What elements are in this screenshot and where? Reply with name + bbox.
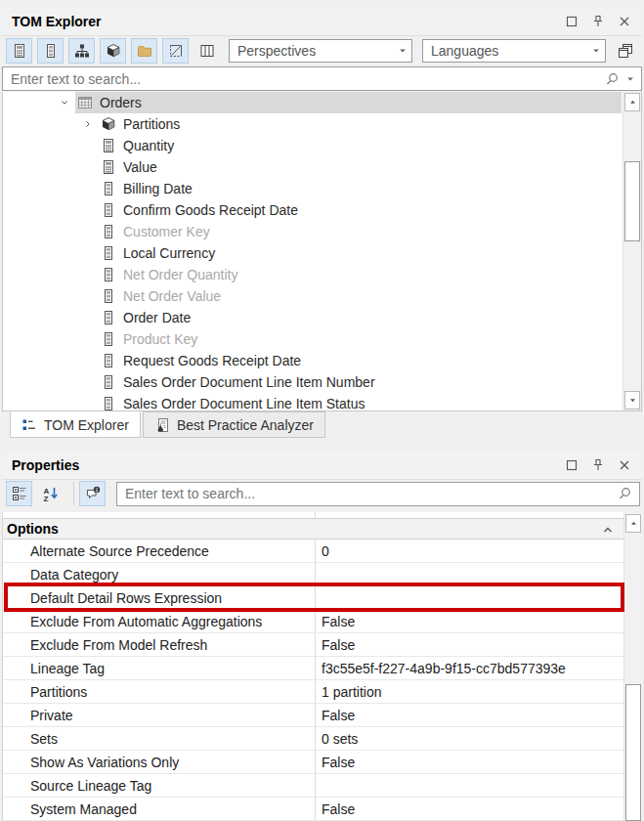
table-icon xyxy=(76,95,93,111)
property-value[interactable]: False xyxy=(316,751,623,773)
chevron-up-icon[interactable] xyxy=(600,522,616,538)
property-value[interactable]: False xyxy=(316,633,623,656)
tree-item-body: Net Order Value xyxy=(99,285,622,307)
properties-search-input[interactable] xyxy=(117,483,618,505)
tree-expander-slot xyxy=(77,371,99,393)
tree-item-value[interactable]: Value xyxy=(3,156,622,178)
scroll-down-button[interactable] xyxy=(624,391,640,410)
toggle-hierarchies-button[interactable] xyxy=(68,38,95,64)
options-section-header[interactable]: Options xyxy=(3,518,623,540)
properties-scrollbar[interactable] xyxy=(623,512,642,821)
column-icon xyxy=(100,224,116,240)
scroll-up-icon xyxy=(629,519,638,528)
tree-rows: OrdersPartitionsQuantityValueBilling Dat… xyxy=(3,92,622,410)
property-row-source-lineage-tag[interactable]: Source Lineage Tag xyxy=(3,774,623,798)
scroll-up-button[interactable] xyxy=(624,93,640,111)
property-value[interactable]: False xyxy=(316,704,623,726)
toggle-measures-button[interactable] xyxy=(6,38,32,64)
categorized-icon xyxy=(12,486,27,501)
toggle-partitions-button[interactable] xyxy=(100,38,126,64)
tree-item-orders[interactable]: Orders xyxy=(3,92,622,113)
tree-item-partitions[interactable]: Partitions xyxy=(3,113,622,135)
scroll-up-button[interactable] xyxy=(625,514,641,533)
property-row-exclude-from-automatic-aggregations[interactable]: Exclude From Automatic AggregationsFalse xyxy=(3,610,623,633)
languages-dropdown[interactable]: Languages xyxy=(422,39,606,63)
toggle-column-view-button[interactable] xyxy=(193,38,220,64)
tree-item-billing-date[interactable]: Billing Date xyxy=(3,178,622,199)
tree-item-order-date[interactable]: Order Date xyxy=(3,307,622,328)
toggle-hidden-objects-button[interactable] xyxy=(162,38,189,64)
column-icon xyxy=(100,310,116,326)
property-row-private[interactable]: PrivateFalse xyxy=(3,704,623,727)
column-icon xyxy=(100,181,116,197)
property-row-system-managed[interactable]: System ManagedFalse xyxy=(3,798,623,821)
property-row-sets[interactable]: Sets0 sets xyxy=(3,727,623,751)
property-value[interactable] xyxy=(316,563,623,585)
model-tree: OrdersPartitionsQuantityValueBilling Dat… xyxy=(2,92,642,411)
tree-item-product-key[interactable]: Product Key xyxy=(3,328,622,350)
property-value[interactable]: False xyxy=(316,798,623,820)
maximize-icon[interactable] xyxy=(564,14,580,29)
tree-item-customer-key[interactable]: Customer Key xyxy=(3,221,622,242)
column-icon xyxy=(100,331,116,348)
tree-item-label: Partitions xyxy=(123,116,180,132)
tree-item-net-order-value[interactable]: Net Order Value xyxy=(3,285,622,307)
scrollbar-thumb[interactable] xyxy=(624,161,640,241)
search-icon[interactable] xyxy=(618,486,633,501)
tree-expander-icon[interactable] xyxy=(77,113,99,135)
tom-explorer-titlebar: TOM Explorer xyxy=(2,8,642,36)
property-value[interactable] xyxy=(316,774,623,797)
alphabetical-sort-button[interactable]: AZ xyxy=(37,481,64,506)
scrollbar-thumb[interactable] xyxy=(625,684,641,821)
column-icon xyxy=(100,396,116,411)
caret-down-icon xyxy=(591,46,601,56)
pin-icon[interactable] xyxy=(590,457,606,473)
tree-item-net-order-quantity[interactable]: Net Order Quantity xyxy=(3,264,622,285)
property-row-alternate-source-precedence[interactable]: Alternate Source Precedence0 xyxy=(3,540,623,563)
window-controls xyxy=(564,14,642,29)
search-icon[interactable] xyxy=(605,71,621,87)
property-row-partitions[interactable]: Partitions1 partition xyxy=(3,680,623,704)
tree-item-body: Quantity xyxy=(99,135,622,156)
tree-item-confirm-goods-receipt-date[interactable]: Confirm Goods Receipt Date xyxy=(3,199,622,221)
property-name: Exclude From Automatic Aggregations xyxy=(3,610,316,632)
tree-item-request-goods-receipt-date[interactable]: Request Goods Receipt Date xyxy=(3,350,622,371)
tree-scrollbar[interactable] xyxy=(623,92,641,410)
close-icon[interactable] xyxy=(617,14,632,29)
tree-item-sales-order-document-line-item-status[interactable]: Sales Order Document Line Item Status xyxy=(3,393,622,410)
property-name: Private xyxy=(3,704,316,726)
perspectives-dropdown[interactable]: Perspectives xyxy=(229,39,412,63)
property-value[interactable] xyxy=(316,586,623,609)
property-row-show-as-variations-only[interactable]: Show As Variations OnlyFalse xyxy=(3,751,623,774)
tree-item-local-currency[interactable]: Local Currency xyxy=(3,242,622,264)
close-icon[interactable] xyxy=(617,457,632,473)
property-value[interactable]: 1 partition xyxy=(316,680,623,703)
options-section-label: Options xyxy=(7,521,59,537)
hierarchy-icon xyxy=(74,43,90,59)
toggle-display-folders-button[interactable] xyxy=(131,38,157,64)
property-value[interactable]: False xyxy=(316,610,623,632)
maximize-icon[interactable] xyxy=(564,457,580,473)
cascade-windows-icon[interactable] xyxy=(618,43,633,59)
caret-down-icon[interactable] xyxy=(625,74,635,84)
tree-item-sales-order-document-line-item-number[interactable]: Sales Order Document Line Item Number xyxy=(3,371,622,393)
tom-explorer-title: TOM Explorer xyxy=(2,14,102,29)
property-description-button[interactable] xyxy=(79,481,106,506)
tree-item-quantity[interactable]: Quantity xyxy=(3,135,622,156)
tab-best-practice-analyzer[interactable]: Best Practice Analyzer xyxy=(143,411,325,438)
property-row-exclude-from-model-refresh[interactable]: Exclude From Model RefreshFalse xyxy=(3,633,623,657)
property-row-data-category[interactable]: Data Category xyxy=(3,563,623,586)
sort-az-icon: AZ xyxy=(43,486,59,501)
toggle-columns-button[interactable] xyxy=(37,38,64,64)
tree-expander-icon[interactable] xyxy=(54,92,75,113)
property-row-lineage-tag[interactable]: Lineage Tagf3c55e5f-f227-4a9b-9f15-cc7bd… xyxy=(3,657,623,680)
property-value[interactable]: 0 sets xyxy=(316,727,623,750)
tab-tom-explorer[interactable]: TOM Explorer xyxy=(10,411,141,438)
property-value[interactable]: 0 xyxy=(316,540,623,562)
tree-expander-slot xyxy=(77,393,99,410)
property-row-default-detail-rows-expression[interactable]: Default Detail Rows Expression xyxy=(3,586,623,610)
pin-icon[interactable] xyxy=(590,14,606,29)
tom-search-input[interactable] xyxy=(3,67,605,90)
categorized-view-button[interactable] xyxy=(6,481,32,506)
property-value[interactable]: f3c55e5f-f227-4a9b-9f15-cc7bd577393e xyxy=(316,657,623,679)
